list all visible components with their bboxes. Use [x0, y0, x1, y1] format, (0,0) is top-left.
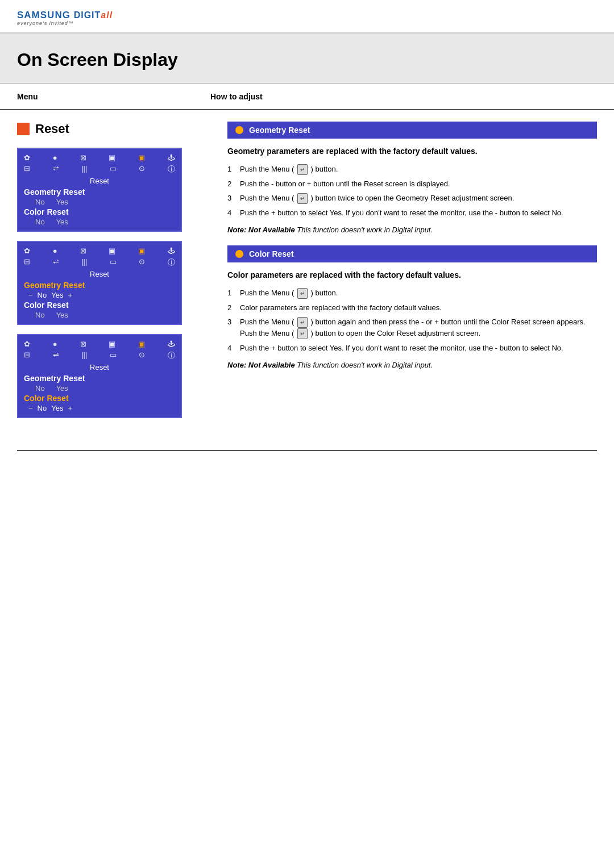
expand-icon-2: ⊠	[80, 247, 86, 255]
monitor-icon-2: ▣	[109, 247, 115, 255]
logo-samsung: SAMSUNG	[17, 10, 74, 20]
bars-icon: |||	[81, 164, 87, 174]
geometry-no-3: No	[35, 384, 45, 393]
highlight-monitor-icon: ▣	[138, 153, 145, 162]
menu-icon-2: 🕹	[168, 247, 175, 255]
arrows-icon-2: ⇌	[53, 257, 59, 268]
color-step-2: 2 Color parameters are replaced with the…	[227, 302, 597, 314]
expand-icon: ⊠	[80, 153, 86, 162]
logo-brand: SAMSUNG DIGITall	[17, 10, 597, 21]
monitor-icon-3: ▣	[109, 340, 115, 348]
monitor-icon: ▣	[109, 153, 115, 162]
footer-line	[17, 450, 597, 451]
geometry-note: Note: Not Available This function doesn'…	[227, 226, 597, 234]
rect-icon: ▭	[110, 164, 117, 174]
columns-header: Menu How to adjust	[0, 84, 614, 110]
color-step-1: 1 Push the Menu ( ↵ ) button.	[227, 287, 597, 299]
sun-icon-3: ✿	[24, 340, 30, 348]
rect-icon-3: ▭	[110, 350, 117, 361]
geometry-yes-2: Yes	[51, 291, 63, 299]
color-steps-list: 1 Push the Menu ( ↵ ) button. 2 Color pa…	[227, 287, 597, 354]
bars-icon-2: |||	[81, 257, 87, 268]
osd-geometry-sub-2: − No Yes +	[28, 291, 175, 299]
color-step-4: 4 Push the + button to select Yes. If yo…	[227, 343, 597, 354]
power-icon: ⓘ	[168, 164, 175, 174]
osd-geometry-sub-3: No Yes	[35, 384, 175, 393]
menu-icon-3: 🕹	[168, 340, 175, 348]
logo: SAMSUNG DIGITall everyone's invited™	[17, 10, 597, 27]
color-yes-2: Yes	[56, 311, 68, 319]
osd-box-3: ✿ ● ⊠ ▣ ▣ 🕹 ⊟ ⇌ ||| ▭ ⊙ ⓘ Reset Geometry…	[17, 334, 182, 418]
section-title: Reset	[17, 122, 210, 136]
osd-geometry-reset-3: Geometry Reset	[24, 374, 175, 383]
color-yes-3: Yes	[51, 404, 63, 412]
osd-icons-row-2: ✿ ● ⊠ ▣ ▣ 🕹	[24, 247, 175, 255]
minus-icon-3: −	[28, 404, 33, 412]
osd-box-1: ✿ ● ⊠ ▣ ▣ 🕹 ⊟ ⇌ ||| ▭ ⊙ ⓘ Reset Geometry…	[17, 148, 182, 232]
geometry-step-1: 1 Push the Menu ( ↵ ) button.	[227, 164, 597, 175]
osd-reset-label-1: Reset	[24, 177, 175, 185]
section-title-text: Reset	[35, 122, 69, 136]
geometry-reset-header: Geometry Reset	[227, 122, 597, 139]
circle-icon-2: ●	[53, 247, 57, 255]
circle-icon: ●	[53, 153, 57, 162]
osd-color-reset-1: Color Reset	[24, 207, 175, 216]
osd-reset-label-3: Reset	[24, 363, 175, 372]
menu-btn-g3: ↵	[297, 193, 308, 204]
col-menu-label: Menu	[17, 92, 210, 101]
content-area: Reset ✿ ● ⊠ ▣ ▣ 🕹 ⊟ ⇌ ||| ▭ ⊙ ⓘ Reset Ge…	[0, 122, 614, 427]
circle-icon-3: ●	[53, 340, 57, 348]
color-bullet	[235, 250, 243, 258]
color-reset-header: Color Reset	[227, 245, 597, 262]
photo-icon-3: ⊟	[24, 350, 30, 361]
col-adjust-label: How to adjust	[210, 92, 597, 101]
geometry-bullet	[235, 126, 243, 134]
osd-color-sub-2: No Yes	[35, 311, 175, 319]
color-reset-description: Color parameters are replaced with the f…	[227, 270, 597, 279]
color-yes-1: Yes	[56, 218, 68, 226]
geometry-yes-3: Yes	[56, 384, 68, 393]
arrows-icon: ⇌	[53, 164, 59, 174]
menu-btn-c1: ↵	[297, 288, 308, 299]
osd-geometry-reset-2: Geometry Reset	[24, 281, 175, 290]
plus-icon-3: +	[68, 404, 72, 412]
osd-icons-row-2b: ⊟ ⇌ ||| ▭ ⊙ ⓘ	[24, 257, 175, 268]
menu-btn-g1: ↵	[297, 164, 308, 175]
target-icon: ⊙	[139, 164, 145, 174]
minus-icon-2: −	[28, 291, 33, 299]
logo-tagline: everyone's invited™	[17, 21, 597, 27]
color-reset-title: Color Reset	[249, 249, 294, 258]
geometry-step-2: 2 Push the - button or + button until th…	[227, 178, 597, 190]
photo-icon-2: ⊟	[24, 257, 30, 268]
bars-icon-3: |||	[81, 350, 87, 361]
osd-color-sub-1: No Yes	[35, 218, 175, 226]
arrows-icon-3: ⇌	[53, 350, 59, 361]
osd-icons-row-3: ✿ ● ⊠ ▣ ▣ 🕹	[24, 340, 175, 348]
menu-btn-c3a: ↵	[297, 317, 308, 328]
geometry-yes-1: Yes	[56, 198, 68, 206]
rect-icon-2: ▭	[110, 257, 117, 268]
plus-icon-2: +	[68, 291, 72, 299]
reset-icon	[17, 123, 30, 135]
menu-btn-c3b: ↵	[297, 328, 308, 339]
page-title: On Screen Display	[17, 49, 597, 70]
osd-color-sub-3: − No Yes +	[28, 404, 175, 412]
osd-geometry-reset-1: Geometry Reset	[24, 187, 175, 197]
color-no-1: No	[35, 218, 45, 226]
left-panel: Reset ✿ ● ⊠ ▣ ▣ 🕹 ⊟ ⇌ ||| ▭ ⊙ ⓘ Reset Ge…	[17, 122, 210, 427]
highlight-monitor-icon-2: ▣	[138, 247, 145, 255]
osd-reset-label-2: Reset	[24, 270, 175, 278]
photo-icon: ⊟	[24, 164, 30, 174]
highlight-monitor-icon-3: ▣	[138, 340, 145, 348]
osd-color-reset-2: Color Reset	[24, 301, 175, 310]
power-icon-2: ⓘ	[168, 257, 175, 268]
geometry-step-4: 4 Push the + button to select Yes. If yo…	[227, 207, 597, 219]
osd-icons-row-3b: ⊟ ⇌ ||| ▭ ⊙ ⓘ	[24, 350, 175, 361]
menu-icon: 🕹	[168, 153, 175, 162]
sun-icon-2: ✿	[24, 247, 30, 255]
osd-box-2: ✿ ● ⊠ ▣ ▣ 🕹 ⊟ ⇌ ||| ▭ ⊙ ⓘ Reset Geometry…	[17, 241, 182, 325]
logo-digit: DIGIT	[74, 10, 101, 20]
osd-icons-row-1: ✿ ● ⊠ ▣ ▣ 🕹	[24, 153, 175, 162]
sun-icon: ✿	[24, 153, 30, 162]
geometry-reset-title: Geometry Reset	[249, 126, 310, 135]
